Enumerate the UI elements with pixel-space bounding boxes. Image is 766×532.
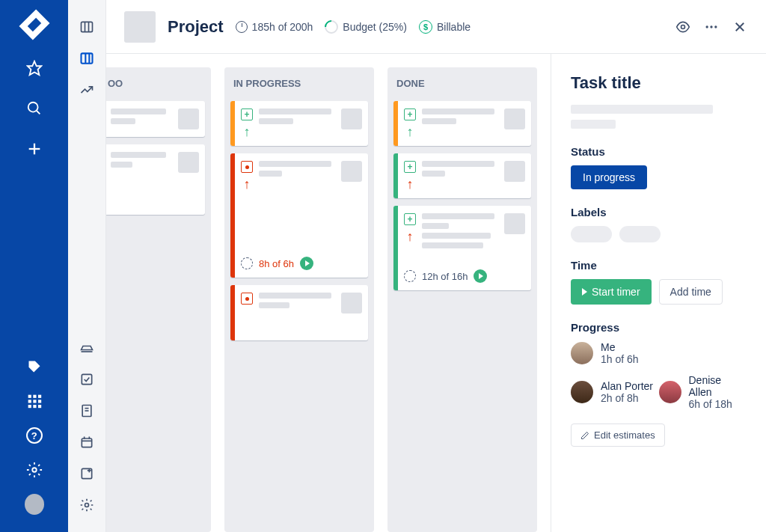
svg-rect-6	[33, 395, 36, 398]
apps-grid-icon[interactable]	[25, 391, 44, 411]
story-icon: +	[404, 213, 416, 225]
priority-high-icon: ↑	[407, 177, 414, 191]
status-value[interactable]: In progress	[571, 165, 647, 189]
board-icon[interactable]	[78, 49, 96, 67]
help-icon[interactable]: ?	[25, 426, 44, 445]
progress-entry: Alan Porter 2h of 8h	[571, 374, 659, 410]
status-label: Status	[571, 145, 747, 158]
svg-point-33	[85, 504, 89, 507]
budget-ring-icon	[322, 17, 341, 36]
svg-rect-18	[82, 53, 93, 63]
label-chip[interactable]	[619, 226, 661, 242]
svg-rect-13	[38, 405, 41, 408]
svg-rect-15	[82, 22, 93, 31]
svg-rect-22	[82, 374, 92, 384]
issues-icon[interactable]	[78, 370, 96, 388]
dollar-icon: $	[419, 20, 432, 34]
user-avatar	[659, 381, 681, 403]
svg-marker-0	[28, 61, 41, 75]
svg-point-14	[32, 468, 37, 472]
task-card[interactable]: + ↑	[393, 101, 531, 146]
story-icon: +	[404, 161, 416, 173]
card-thumbnail	[504, 108, 525, 129]
card-thumbnail	[504, 213, 525, 234]
close-icon[interactable]	[732, 19, 748, 35]
more-icon[interactable]	[703, 19, 720, 35]
task-card[interactable]: + ↑ 12h of 16h	[393, 206, 531, 290]
priority-up-icon: ↑	[244, 125, 251, 138]
card-thumbnail	[341, 293, 362, 314]
board-column-done: DONE + ↑	[387, 67, 537, 532]
play-timer-icon[interactable]	[300, 257, 313, 270]
search-icon[interactable]	[25, 99, 44, 118]
budget-metric[interactable]: Budget (25%)	[325, 20, 407, 34]
add-time-button[interactable]: Add time	[659, 279, 723, 305]
edit-estimates-button[interactable]: Edit estimates	[571, 424, 665, 447]
start-timer-button[interactable]: Start timer	[571, 279, 652, 305]
project-header: Project 185h of 200h Budget (25%) $ Bill…	[106, 0, 766, 54]
card-thumbnail	[341, 161, 362, 182]
billable-metric[interactable]: $ Billable	[419, 20, 471, 34]
svg-point-37	[714, 25, 717, 28]
svg-point-36	[710, 25, 712, 28]
priority-high-icon: ↑	[244, 177, 251, 191]
column-title: DONE	[393, 76, 531, 94]
user-avatar	[571, 342, 593, 364]
svg-rect-10	[38, 400, 41, 403]
add-shortcut-icon[interactable]	[78, 465, 96, 483]
task-card[interactable]	[230, 285, 368, 340]
task-card[interactable]: + ↑	[230, 101, 368, 146]
svg-rect-5	[28, 395, 31, 398]
svg-point-1	[28, 103, 37, 112]
task-card[interactable]	[106, 144, 205, 215]
task-detail-panel: Task title Status In progress Labels Tim…	[551, 54, 766, 532]
kanban-board: OO	[106, 54, 551, 532]
svg-point-34	[681, 25, 685, 28]
jira-logo-icon[interactable]	[25, 18, 44, 37]
star-icon[interactable]	[25, 58, 44, 78]
svg-point-35	[706, 25, 708, 28]
priority-high-icon: ↑	[407, 230, 414, 243]
clock-icon	[236, 21, 248, 33]
board-column-inprogress: IN PROGRESS + ↑	[224, 67, 374, 532]
story-icon: +	[404, 108, 416, 120]
labels-label: Labels	[571, 206, 747, 218]
task-title: Task title	[571, 73, 747, 93]
progress-entry: Me 1h of 6h	[571, 341, 747, 365]
project-sidebar	[68, 0, 106, 532]
task-card[interactable]: ↑ 8h of 6h	[230, 153, 368, 278]
task-card[interactable]: + ↑	[393, 153, 531, 198]
column-title: IN PROGRESS	[230, 76, 368, 94]
watch-icon[interactable]	[675, 19, 691, 35]
time-budget-metric[interactable]: 185h of 200h	[236, 21, 313, 33]
tag-icon[interactable]	[25, 357, 44, 376]
ship-icon[interactable]	[78, 339, 96, 357]
profile-avatar-icon[interactable]	[25, 495, 44, 514]
global-sidebar: ?	[0, 0, 68, 532]
project-avatar	[124, 11, 156, 43]
play-timer-icon[interactable]	[474, 269, 487, 283]
label-chip[interactable]	[571, 226, 612, 242]
user-avatar	[571, 381, 593, 403]
svg-rect-26	[82, 438, 92, 447]
time-logged: 8h of 6h	[259, 258, 294, 269]
progress-label: Progress	[571, 321, 747, 334]
column-title: OO	[106, 76, 205, 94]
project-settings-icon[interactable]	[78, 496, 96, 514]
clock-icon	[241, 257, 253, 269]
pages-icon[interactable]	[78, 402, 96, 420]
card-thumbnail	[504, 161, 525, 182]
clock-icon	[404, 270, 416, 282]
project-title: Project	[168, 17, 224, 37]
settings-icon[interactable]	[25, 460, 44, 480]
svg-rect-9	[33, 400, 36, 403]
svg-rect-11	[28, 405, 31, 408]
reports-icon[interactable]	[78, 81, 96, 99]
calendar-icon[interactable]	[78, 433, 96, 451]
svg-rect-8	[28, 400, 31, 403]
task-card[interactable]	[106, 101, 205, 137]
plus-icon[interactable]	[25, 139, 44, 159]
svg-rect-12	[33, 405, 36, 408]
card-thumbnail	[178, 152, 199, 173]
backlog-icon[interactable]	[78, 18, 96, 36]
